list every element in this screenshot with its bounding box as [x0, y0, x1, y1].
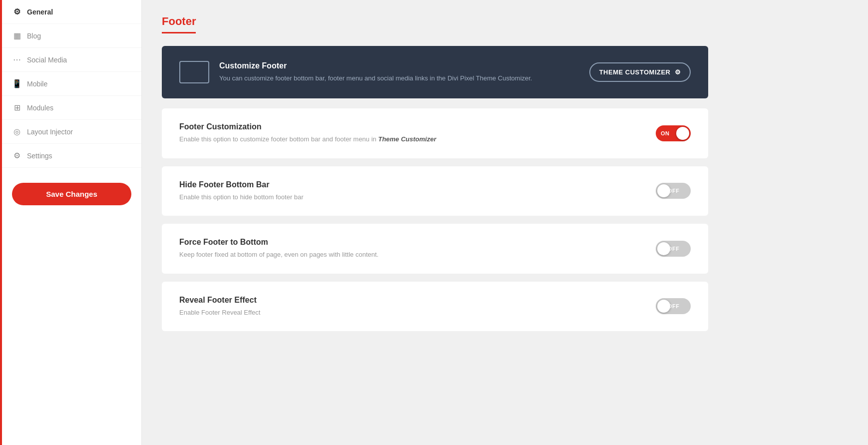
sidebar-item-label: Settings — [27, 152, 52, 160]
footer-customization-title: Footer Customization — [179, 122, 641, 131]
banner-title: Customize Footer — [219, 61, 579, 70]
layout-injector-icon: ◎ — [12, 127, 22, 136]
hide-footer-desc: Enable this option to hide bottom footer… — [179, 192, 641, 202]
hide-footer-bottom-bar-card: Hide Footer Bottom Bar Enable this optio… — [162, 166, 708, 216]
footer-icon — [179, 61, 209, 83]
gear-icon: ⚙ — [675, 68, 681, 76]
sidebar-item-label: Blog — [27, 32, 41, 40]
main-content: Footer Customize Footer You can customiz… — [142, 0, 728, 445]
footer-customization-card: Footer Customization Enable this option … — [162, 108, 708, 158]
page-title: Footer — [162, 15, 196, 33]
right-panel — [728, 0, 868, 445]
banner-text: Customize Footer You can customize foote… — [219, 61, 579, 83]
sidebar-item-label: General — [27, 8, 53, 16]
reveal-footer-title: Reveal Footer Effect — [179, 296, 641, 305]
reveal-footer-toggle-container: OFF — [656, 298, 691, 314]
modules-icon: ⊞ — [12, 103, 22, 112]
footer-customization-toggle-container: ON — [656, 125, 691, 141]
hide-footer-title: Hide Footer Bottom Bar — [179, 180, 641, 189]
footer-customization-desc: Enable this option to customize footer b… — [179, 134, 641, 144]
sidebar-item-label: Mobile — [27, 80, 47, 88]
toggle-knob — [657, 242, 670, 255]
reveal-footer-info: Reveal Footer Effect Enable Footer Revea… — [179, 296, 641, 318]
hide-footer-toggle-container: OFF — [656, 183, 691, 199]
banner-description: You can customize footer bottom bar, foo… — [219, 73, 579, 83]
sidebar-item-blog[interactable]: ▦ Blog — [2, 24, 141, 48]
theme-customizer-button[interactable]: THEME CUSTOMIZER ⚙ — [589, 62, 691, 82]
force-footer-desc: Keep footer fixed at bottom of page, eve… — [179, 250, 641, 260]
sidebar-item-label: Layout Injector — [27, 128, 73, 136]
save-changes-button[interactable]: Save Changes — [12, 183, 131, 205]
reveal-footer-card: Reveal Footer Effect Enable Footer Revea… — [162, 282, 708, 332]
customize-footer-banner: Customize Footer You can customize foote… — [162, 46, 708, 98]
reveal-footer-desc: Enable Footer Reveal Effect — [179, 308, 641, 318]
mobile-icon: 📱 — [12, 79, 22, 88]
force-footer-title: Force Footer to Bottom — [179, 238, 641, 247]
sidebar-item-label: Modules — [27, 104, 53, 112]
footer-customization-info: Footer Customization Enable this option … — [179, 122, 641, 144]
sidebar-item-label: Social Media — [27, 56, 67, 64]
theme-customizer-link: Theme Customizer — [378, 135, 436, 143]
sidebar-item-mobile[interactable]: 📱 Mobile — [2, 72, 141, 96]
sidebar-item-modules[interactable]: ⊞ Modules — [2, 96, 141, 120]
toggle-knob — [657, 184, 670, 197]
force-footer-toggle[interactable]: OFF — [656, 241, 691, 257]
hide-footer-info: Hide Footer Bottom Bar Enable this optio… — [179, 180, 641, 202]
reveal-footer-toggle[interactable]: OFF — [656, 298, 691, 314]
force-footer-info: Force Footer to Bottom Keep footer fixed… — [179, 238, 641, 260]
force-footer-toggle-container: OFF — [656, 241, 691, 257]
hide-footer-toggle[interactable]: OFF — [656, 183, 691, 199]
settings-icon: ⚙ — [12, 151, 22, 160]
toggle-knob — [657, 300, 670, 313]
sidebar-item-general[interactable]: ⚙ General — [2, 0, 141, 24]
social-media-icon: ⋯ — [12, 55, 22, 64]
force-footer-card: Force Footer to Bottom Keep footer fixed… — [162, 224, 708, 274]
footer-customization-toggle[interactable]: ON — [656, 125, 691, 141]
toggle-label-on: ON — [661, 130, 670, 136]
blog-icon: ▦ — [12, 31, 22, 40]
sidebar-item-social-media[interactable]: ⋯ Social Media — [2, 48, 141, 72]
sidebar: ⚙ General ▦ Blog ⋯ Social Media 📱 Mobile… — [2, 0, 142, 445]
toggle-knob — [676, 127, 689, 140]
sidebar-item-settings[interactable]: ⚙ Settings — [2, 144, 141, 168]
theme-customizer-label: THEME CUSTOMIZER — [599, 68, 671, 76]
gear-icon: ⚙ — [12, 7, 22, 16]
sidebar-item-layout-injector[interactable]: ◎ Layout Injector — [2, 120, 141, 144]
save-button-container: Save Changes — [12, 183, 131, 205]
